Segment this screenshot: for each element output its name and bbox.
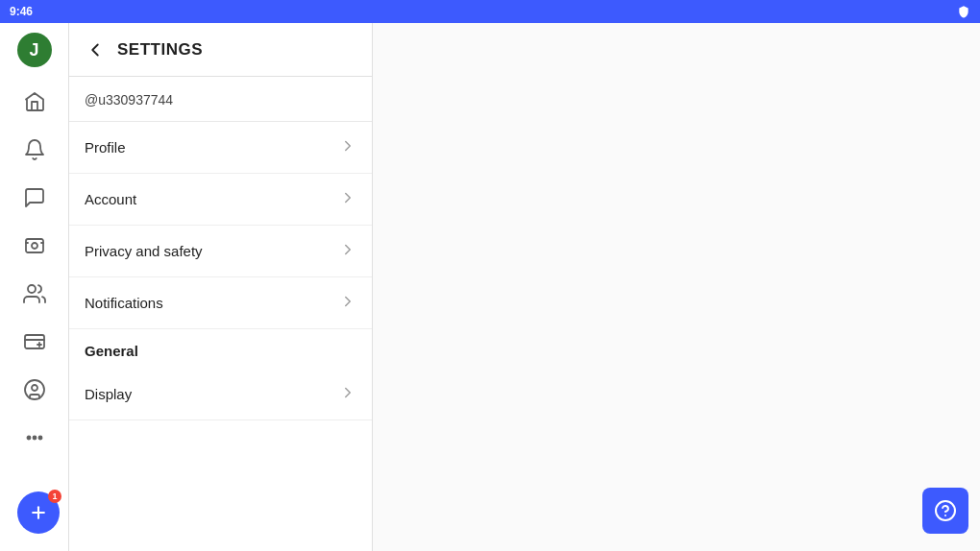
display-label: Display xyxy=(85,386,132,402)
svg-rect-0 xyxy=(26,239,43,252)
home-icon xyxy=(23,90,46,113)
svg-point-1 xyxy=(32,243,37,249)
fab-add-button[interactable]: 1 xyxy=(17,491,60,534)
svg-point-8 xyxy=(32,385,37,391)
content-area xyxy=(373,23,980,551)
shield-icon xyxy=(957,5,970,18)
svg-point-2 xyxy=(28,285,36,293)
notifications-chevron xyxy=(339,293,356,314)
profile-chevron xyxy=(339,137,356,158)
profile-circle-icon xyxy=(23,378,46,401)
svg-point-9 xyxy=(33,437,36,440)
help-fab-button[interactable] xyxy=(922,488,968,534)
menu-item-notifications[interactable]: Notifications xyxy=(69,277,372,329)
settings-title: SETTINGS xyxy=(117,40,203,60)
privacy-chevron xyxy=(339,241,356,262)
svg-rect-3 xyxy=(25,335,44,348)
sidebar: J xyxy=(0,23,69,551)
sidebar-item-card-add[interactable] xyxy=(12,319,58,365)
back-button[interactable] xyxy=(85,39,106,60)
fab-container: 1 xyxy=(17,491,60,534)
bell-icon xyxy=(23,138,46,161)
svg-point-10 xyxy=(27,437,30,440)
menu-item-display[interactable]: Display xyxy=(69,369,372,420)
chat-icon xyxy=(23,186,46,209)
svg-point-11 xyxy=(38,437,41,440)
display-chevron xyxy=(339,384,356,405)
contacts-icon xyxy=(23,282,46,305)
avatar[interactable]: J xyxy=(17,33,52,67)
menu-item-profile[interactable]: Profile xyxy=(69,122,372,174)
more-icon xyxy=(23,426,46,449)
status-time: 9:46 xyxy=(10,5,33,18)
settings-panel: SETTINGS @u330937744 Profile Account xyxy=(69,23,373,551)
sidebar-item-notifications[interactable] xyxy=(12,127,58,173)
chevron-right-icon xyxy=(339,241,356,258)
svg-point-7 xyxy=(25,380,44,399)
chevron-right-icon xyxy=(339,384,356,401)
chevron-right-icon xyxy=(339,137,356,155)
sidebar-item-home[interactable] xyxy=(12,79,58,125)
settings-header: SETTINGS xyxy=(69,23,372,77)
card-add-icon xyxy=(23,330,46,353)
group-icon xyxy=(23,234,46,257)
notifications-label: Notifications xyxy=(85,295,163,311)
general-section-header: General xyxy=(69,329,372,369)
sidebar-item-messages[interactable] xyxy=(12,175,58,221)
sidebar-item-contacts[interactable] xyxy=(12,271,58,317)
sidebar-item-groups[interactable] xyxy=(12,223,58,269)
account-chevron xyxy=(339,189,356,210)
status-bar: 9:46 xyxy=(0,0,980,23)
menu-item-account[interactable]: Account xyxy=(69,174,372,226)
profile-label: Profile xyxy=(85,139,126,156)
chevron-right-icon xyxy=(339,189,356,206)
account-label: Account xyxy=(85,191,136,207)
fab-badge: 1 xyxy=(48,490,61,503)
sidebar-item-profile[interactable] xyxy=(12,367,58,413)
help-icon xyxy=(934,499,957,522)
main-layout: J xyxy=(0,23,980,551)
username-row: @u330937744 xyxy=(69,77,372,122)
privacy-label: Privacy and safety xyxy=(85,243,203,259)
chevron-right-icon xyxy=(339,293,356,310)
menu-item-privacy[interactable]: Privacy and safety xyxy=(69,226,372,277)
sidebar-item-more[interactable] xyxy=(12,415,58,461)
back-arrow-icon xyxy=(85,39,106,60)
status-icons xyxy=(957,5,970,18)
username-label: @u330937744 xyxy=(85,92,173,108)
plus-icon xyxy=(29,503,48,522)
